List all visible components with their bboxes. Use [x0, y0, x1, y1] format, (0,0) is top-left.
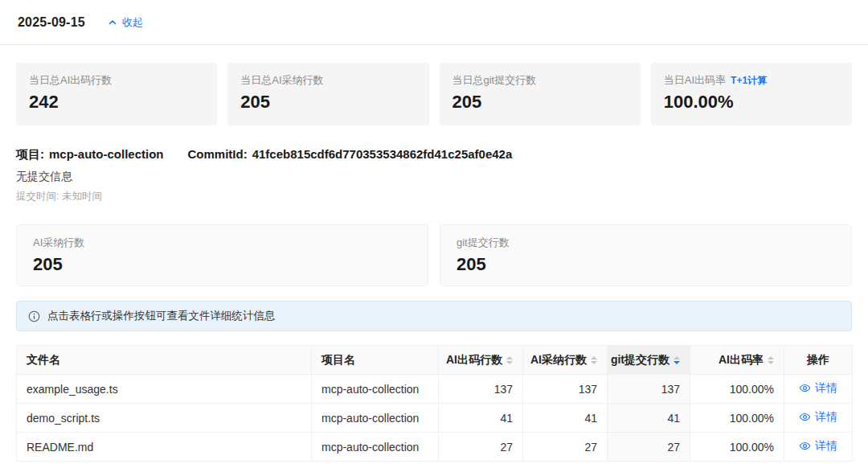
- table-row[interactable]: demo_script.tsmcp-auto-collection4141411…: [17, 404, 853, 433]
- stat-label: 当日总AI采纳行数: [240, 73, 416, 88]
- commit-message: 无提交信息: [16, 170, 852, 184]
- column-label: 操作: [807, 353, 829, 368]
- project-name: mcp-auto-collection: [49, 147, 164, 162]
- column-header-action: 操作: [784, 346, 853, 375]
- cell-project: mcp-auto-collection: [312, 404, 439, 433]
- eye-icon: [799, 440, 811, 452]
- cell-ai_lines: 137: [439, 375, 523, 404]
- detail-link-label: 详情: [815, 381, 837, 396]
- commit-id-label: CommitId:: [188, 147, 248, 162]
- project-commit-line: 项目: mcp-auto-collection CommitId: 41fceb…: [16, 147, 852, 162]
- cell-file: example_usage.ts: [17, 375, 312, 404]
- table-row[interactable]: README.mdmcp-auto-collection272727100.00…: [17, 433, 853, 462]
- cell-accepted_lines: 137: [523, 375, 608, 404]
- stat-card-git-commit: 当日总git提交行数 205: [440, 63, 641, 125]
- summary-cards-row: 当日总AI出码行数 242 当日总AI采纳行数 205 当日总git提交行数 2…: [16, 63, 852, 125]
- daily-report-page: 2025-09-15 收起 当日总AI出码行数 242 当日总AI采纳行数 20…: [0, 0, 868, 464]
- detail-link[interactable]: 详情: [799, 381, 837, 396]
- cell-action: 详情: [784, 433, 853, 462]
- stat-value: 205: [457, 254, 835, 275]
- alert-text: 点击表格行或操作按钮可查看文件详细统计信息: [47, 309, 276, 323]
- collapse-button[interactable]: 收起: [108, 15, 143, 30]
- detail-link-label: 详情: [815, 439, 837, 454]
- column-label: git提交行数: [611, 353, 669, 368]
- stat-label: 当日总AI出码行数: [29, 73, 204, 88]
- column-label: 项目名: [321, 353, 355, 368]
- column-label: AI采纳行数: [530, 353, 587, 368]
- column-header-git_lines[interactable]: git提交行数: [608, 346, 690, 375]
- stat-label: 当日总git提交行数: [452, 73, 628, 88]
- sort-caret-icon[interactable]: [591, 356, 597, 364]
- t-plus-1-badge: T+1计算: [731, 74, 767, 88]
- column-label: 文件名: [27, 353, 60, 368]
- eye-icon: [799, 382, 811, 394]
- file-stats-table: 文件名项目名AI出码行数AI采纳行数git提交行数AI出码率操作 example…: [16, 345, 853, 462]
- table-body: example_usage.tsmcp-auto-collection13713…: [17, 375, 853, 462]
- sort-caret-icon[interactable]: [768, 356, 774, 364]
- cell-action: 详情: [784, 404, 853, 433]
- cell-action: 详情: [784, 375, 853, 404]
- commit-id-value: 41fceb815cdf6d770353534862fd41c25af0e42a: [252, 147, 513, 162]
- cell-accepted_lines: 27: [523, 433, 608, 462]
- cell-git_lines: 137: [608, 375, 690, 404]
- info-alert-banner: 点击表格行或操作按钮可查看文件详细统计信息: [16, 301, 852, 331]
- sort-caret-icon[interactable]: [506, 356, 513, 364]
- stat-card-ai-rate: 当日AI出码率 T+1计算 100.00%: [651, 63, 852, 125]
- stat-label: git提交行数: [457, 236, 835, 250]
- detail-card-ai-accepted: AI采纳行数 205: [16, 224, 428, 286]
- cell-file: README.md: [17, 433, 312, 462]
- date-title: 2025-09-15: [18, 15, 85, 30]
- detail-cards-row: AI采纳行数 205 git提交行数 205: [16, 224, 852, 286]
- stat-value: 205: [452, 92, 628, 113]
- commit-info-block: 项目: mcp-auto-collection CommitId: 41fceb…: [16, 147, 852, 203]
- stat-label-text: 当日AI出码率: [664, 73, 726, 88]
- cell-ai_lines: 27: [439, 433, 523, 462]
- chevron-up-icon: [108, 18, 117, 27]
- cell-ai_lines: 41: [439, 404, 523, 433]
- date-header-bar: 2025-09-15 收起: [0, 0, 868, 45]
- report-content: 当日总AI出码行数 242 当日总AI采纳行数 205 当日总git提交行数 2…: [0, 63, 868, 462]
- detail-link-label: 详情: [815, 410, 837, 425]
- cell-rate: 100.00%: [690, 404, 784, 433]
- column-header-file: 文件名: [17, 346, 312, 375]
- cell-file: demo_script.ts: [17, 404, 312, 433]
- column-label: AI出码行数: [446, 353, 502, 368]
- cell-rate: 100.00%: [690, 433, 784, 462]
- spacer: [169, 147, 183, 162]
- cell-git_lines: 41: [608, 404, 690, 433]
- detail-card-git-lines: git提交行数 205: [440, 224, 852, 286]
- stat-value: 242: [29, 92, 204, 113]
- eye-icon: [799, 411, 811, 423]
- column-header-accepted_lines[interactable]: AI采纳行数: [523, 346, 608, 375]
- stat-value: 205: [240, 92, 416, 113]
- cell-git_lines: 27: [608, 433, 690, 462]
- column-header-ai_lines[interactable]: AI出码行数: [439, 346, 523, 375]
- project-label: 项目:: [16, 147, 44, 162]
- detail-link[interactable]: 详情: [799, 439, 837, 454]
- commit-time: 提交时间: 未知时间: [16, 190, 852, 203]
- stat-value: 100.00%: [664, 92, 839, 113]
- table-header: 文件名项目名AI出码行数AI采纳行数git提交行数AI出码率操作: [17, 346, 853, 375]
- info-circle-icon: [28, 310, 40, 322]
- sort-caret-icon[interactable]: [674, 356, 680, 364]
- collapse-label: 收起: [122, 15, 143, 30]
- stat-label: 当日AI出码率 T+1计算: [664, 73, 839, 88]
- cell-rate: 100.00%: [690, 375, 784, 404]
- cell-project: mcp-auto-collection: [312, 375, 439, 404]
- stat-value: 205: [33, 254, 411, 275]
- column-label: AI出码率: [719, 353, 764, 368]
- stat-label: AI采纳行数: [33, 236, 411, 250]
- cell-accepted_lines: 41: [523, 404, 608, 433]
- detail-link[interactable]: 详情: [799, 410, 837, 425]
- cell-project: mcp-auto-collection: [312, 433, 439, 462]
- stat-card-ai-accepted: 当日总AI采纳行数 205: [227, 63, 428, 125]
- table-row[interactable]: example_usage.tsmcp-auto-collection13713…: [17, 375, 853, 404]
- column-header-project: 项目名: [312, 346, 439, 375]
- column-header-rate[interactable]: AI出码率: [690, 346, 784, 375]
- stat-card-ai-generated: 当日总AI出码行数 242: [16, 63, 217, 125]
